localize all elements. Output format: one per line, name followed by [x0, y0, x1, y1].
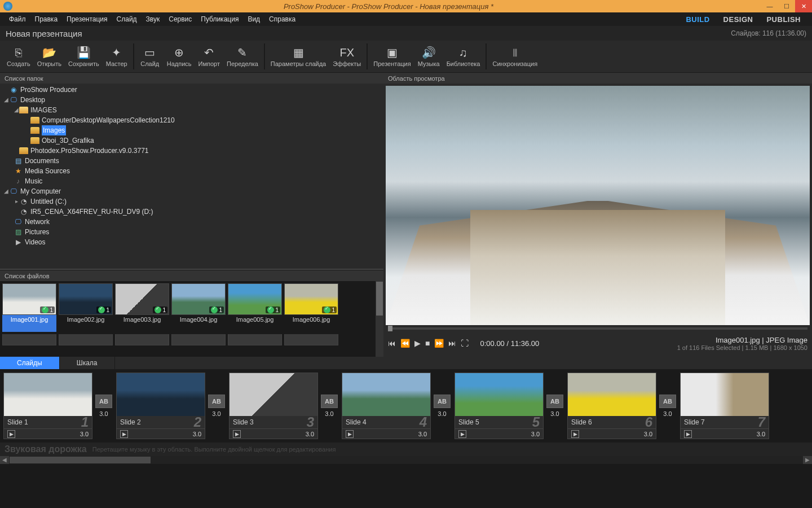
tree-item[interactable]: ★Media Sources: [0, 166, 383, 176]
tree-item[interactable]: ▸◔Untitled (C:): [0, 196, 383, 207]
slide-card[interactable]: Slide 77▶3.0: [680, 373, 769, 439]
tree-item[interactable]: ▨Pictures: [0, 227, 383, 237]
menu-звук[interactable]: Звук: [142, 12, 165, 26]
toolbar-слайд[interactable]: ▭Слайд: [136, 43, 164, 69]
tree-item[interactable]: Oboi_3D_Grafika: [0, 135, 383, 146]
audio-track[interactable]: Звуковая дорожка Перетащите музыку в эту…: [0, 443, 812, 456]
menu-файл[interactable]: Файл: [5, 12, 30, 26]
slide-play-icon[interactable]: ▶: [7, 430, 15, 438]
slide-card[interactable]: Slide 44▶3.0: [342, 373, 431, 439]
file-thumbnail[interactable]: 1Image005.jpg: [228, 283, 282, 332]
tree-item[interactable]: ◢🖵Desktop: [0, 95, 383, 105]
forward-button[interactable]: ⏩: [434, 339, 444, 348]
slide-play-icon[interactable]: ▶: [458, 430, 466, 438]
toolbar-параметры-слайда[interactable]: ▦Параметры слайда: [267, 43, 329, 69]
transition[interactable]: AB3.0: [659, 373, 677, 439]
transition[interactable]: AB3.0: [95, 373, 113, 439]
slide-card[interactable]: Slide 55▶3.0: [454, 373, 544, 439]
tree-item[interactable]: ◢🖵My Computer: [0, 186, 383, 196]
transition[interactable]: AB3.0: [433, 373, 451, 439]
slide-play-icon[interactable]: ▶: [684, 430, 692, 438]
slide-play-icon[interactable]: ▶: [571, 430, 579, 438]
timeline-scrollbar[interactable]: ◀ ▶: [0, 456, 812, 464]
menu-слайд[interactable]: Слайд: [112, 12, 142, 26]
slide-duration[interactable]: 3.0: [644, 431, 652, 437]
tab-scale[interactable]: Шкала: [60, 357, 115, 369]
scroll-left-button[interactable]: ◀: [0, 456, 9, 464]
transition-duration[interactable]: 3.0: [438, 410, 446, 417]
menu-публикация[interactable]: Публикация: [196, 12, 243, 26]
toolbar-библиотека[interactable]: ♫Библиотека: [443, 43, 484, 69]
file-thumbnail[interactable]: 1Image001.jpg: [2, 283, 56, 332]
transition-duration[interactable]: 3.0: [212, 410, 220, 417]
file-thumbnail[interactable]: [2, 334, 56, 354]
file-thumbnail[interactable]: [171, 334, 226, 354]
transition-duration[interactable]: 3.0: [550, 410, 559, 417]
tree-item[interactable]: ▶Videos: [0, 237, 383, 247]
tree-item[interactable]: ▤Documents: [0, 156, 383, 166]
file-thumbnail[interactable]: 1Image004.jpg: [171, 283, 226, 332]
mode-build[interactable]: BUILD: [679, 15, 716, 24]
slide-duration[interactable]: 3.0: [757, 431, 765, 437]
skip-start-button[interactable]: ⏮: [388, 339, 396, 348]
folder-tree[interactable]: ◉ProShow Producer◢🖵Desktop◢IMAGESCompute…: [0, 84, 383, 270]
stop-button[interactable]: ■: [425, 339, 430, 348]
transition[interactable]: AB3.0: [546, 373, 564, 439]
toolbar-импорт[interactable]: ↶Импорт: [195, 43, 223, 69]
menu-сервис[interactable]: Сервис: [164, 12, 196, 26]
slide-duration[interactable]: 3.0: [193, 431, 201, 437]
toolbar-синхронизация[interactable]: ⫴Синхронизация: [489, 43, 541, 69]
menu-вид[interactable]: Вид: [243, 12, 264, 26]
slide-card[interactable]: Slide 33▶3.0: [229, 373, 318, 439]
file-thumbnail[interactable]: 1Image002.jpg: [59, 283, 113, 332]
tree-item[interactable]: ◉ProShow Producer: [0, 85, 383, 95]
toolbar-эффекты[interactable]: FXЭффекты: [329, 43, 364, 69]
slide-card[interactable]: Slide 66▶3.0: [567, 373, 656, 439]
tree-item[interactable]: ◢IMAGES: [0, 105, 383, 115]
menu-справка[interactable]: Справка: [264, 12, 300, 26]
tab-slides[interactable]: Слайды: [0, 357, 60, 369]
timeline-body[interactable]: Slide 11▶3.0AB3.0Slide 22▶3.0AB3.0Slide …: [0, 369, 812, 443]
slide-duration[interactable]: 3.0: [80, 431, 89, 437]
toolbar-мастер[interactable]: ✦Мастер: [103, 43, 131, 69]
minimize-button[interactable]: —: [761, 0, 778, 12]
menu-правка[interactable]: Правка: [30, 12, 63, 26]
toolbar-надпись[interactable]: ⊕Надпись: [164, 43, 195, 69]
toolbar-создать[interactable]: ⎘Создать: [3, 43, 34, 69]
rewind-button[interactable]: ⏪: [400, 339, 410, 348]
file-thumbnail[interactable]: 1Image003.jpg: [115, 283, 169, 332]
play-button[interactable]: ▶: [414, 339, 421, 348]
transition-duration[interactable]: 3.0: [99, 410, 108, 417]
files-scrollbar[interactable]: [376, 281, 383, 357]
transition-duration[interactable]: 3.0: [663, 410, 672, 417]
transition[interactable]: AB3.0: [320, 373, 338, 439]
scroll-right-button[interactable]: ▶: [803, 456, 812, 464]
tree-item[interactable]: ComputerDesktopWallpapersCollection1210: [0, 115, 383, 125]
slide-play-icon[interactable]: ▶: [120, 430, 128, 438]
slide-duration[interactable]: 3.0: [306, 431, 314, 437]
slide-card[interactable]: Slide 22▶3.0: [116, 373, 205, 439]
slide-duration[interactable]: 3.0: [531, 431, 540, 437]
mode-publish[interactable]: PUBLISH: [760, 15, 807, 24]
tree-item[interactable]: 🖵Network: [0, 217, 383, 227]
file-thumbnail[interactable]: [284, 334, 338, 354]
slide-play-icon[interactable]: ▶: [346, 430, 354, 438]
tree-item[interactable]: ◔IR5_CENA_X64FREV_RU-RU_DV9 (D:): [0, 207, 383, 217]
tree-item[interactable]: ♪Music: [0, 176, 383, 186]
playback-scrubber[interactable]: [388, 327, 807, 330]
fullscreen-button[interactable]: ⛶: [461, 339, 469, 348]
close-button[interactable]: ✕: [795, 0, 812, 12]
file-thumbnail[interactable]: [115, 334, 169, 354]
transition[interactable]: AB3.0: [208, 373, 226, 439]
slide-duration[interactable]: 3.0: [418, 431, 427, 437]
tree-item[interactable]: Photodex.ProShow.Producer.v9.0.3771: [0, 146, 383, 156]
tree-item[interactable]: Images: [0, 125, 383, 135]
file-thumbnail[interactable]: [228, 334, 282, 354]
toolbar-музыка[interactable]: 🔊Музыка: [414, 43, 443, 69]
toolbar-сохранить[interactable]: 💾Сохранить: [65, 43, 103, 69]
mode-design[interactable]: DESIGN: [717, 15, 760, 24]
slide-card[interactable]: Slide 11▶3.0: [3, 373, 92, 439]
skip-end-button[interactable]: ⏭: [448, 339, 456, 348]
toolbar-открыть[interactable]: 📂Открыть: [34, 43, 65, 69]
toolbar-презентация[interactable]: ▣Презентация: [370, 43, 414, 69]
